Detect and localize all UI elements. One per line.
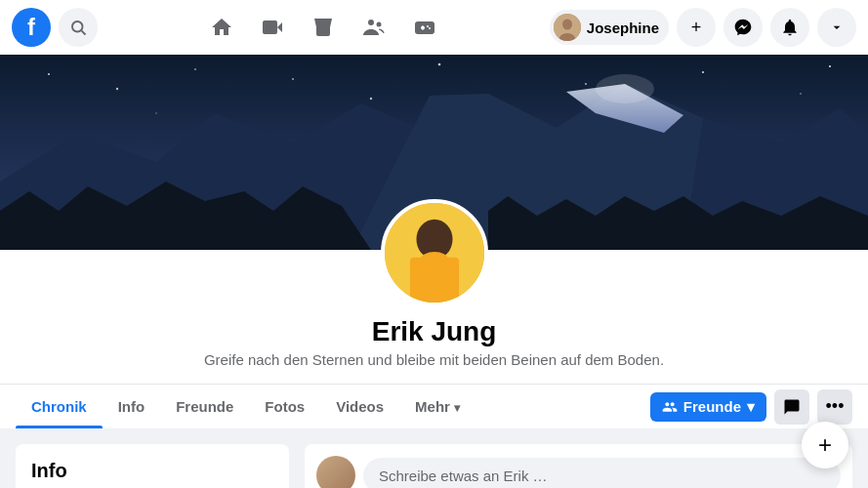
add-button[interactable]: +: [677, 8, 716, 47]
svg-point-7: [377, 22, 382, 27]
svg-point-5: [325, 34, 327, 36]
svg-point-24: [800, 93, 802, 95]
topnav: f: [0, 0, 868, 55]
marketplace-nav-button[interactable]: [300, 4, 347, 51]
bottom-section: Info 🏢 Produzent bei Erik Jung Records 🏠…: [0, 428, 868, 488]
svg-point-17: [48, 73, 50, 75]
svg-point-25: [829, 65, 831, 67]
svg-point-6: [368, 20, 374, 25]
profile-section: Erik Jung Greife nach den Sternen und bl…: [0, 55, 868, 428]
svg-point-0: [72, 21, 83, 32]
friends-btn-label: Freunde: [683, 398, 741, 415]
post-input-row: Schreibe etwas an Erik …: [316, 456, 841, 488]
svg-point-39: [421, 252, 448, 266]
profile-avatar[interactable]: [381, 199, 488, 306]
svg-marker-3: [277, 22, 282, 32]
tab-videos[interactable]: Videos: [320, 385, 399, 428]
svg-line-1: [81, 30, 85, 34]
user-menu-button[interactable]: Josephine: [550, 10, 669, 45]
svg-point-18: [116, 88, 118, 90]
svg-point-12: [429, 27, 431, 29]
search-button[interactable]: [59, 8, 98, 47]
svg-point-26: [155, 112, 156, 113]
profile-avatar-wrapper: [381, 199, 488, 306]
svg-point-11: [427, 25, 429, 27]
svg-point-14: [562, 20, 572, 30]
friends-button[interactable]: Freunde ▾: [650, 392, 766, 422]
svg-point-19: [194, 68, 196, 70]
tab-freunde[interactable]: Freunde: [160, 385, 249, 428]
svg-point-22: [585, 83, 587, 85]
options-button[interactable]: •••: [817, 389, 852, 425]
groups-nav-button[interactable]: [351, 4, 397, 51]
fab-button[interactable]: +: [802, 422, 848, 468]
main-content: Erik Jung Greife nach den Sternen und bl…: [0, 55, 868, 488]
facebook-logo[interactable]: f: [12, 8, 51, 47]
info-card: Info 🏢 Produzent bei Erik Jung Records 🏠…: [16, 444, 289, 488]
svg-point-21: [438, 63, 441, 66]
more-dropdown-button[interactable]: [817, 8, 856, 47]
tabs-right: Freunde ▾ •••: [650, 389, 852, 425]
video-nav-button[interactable]: [249, 4, 296, 51]
user-avatar: [554, 14, 581, 41]
tab-mehr[interactable]: Mehr ▾: [399, 385, 475, 428]
profile-bio: Greife nach den Sternen und bleibe mit b…: [204, 351, 664, 368]
svg-point-35: [596, 74, 654, 103]
notifications-button[interactable]: [770, 8, 809, 47]
tab-chronik[interactable]: Chronik: [16, 385, 103, 428]
right-column: Schreibe etwas an Erik … 🖼️ Foto/Video 👤…: [305, 444, 852, 488]
info-card-title: Info: [31, 460, 273, 482]
home-nav-button[interactable]: [198, 4, 245, 51]
tab-fotos[interactable]: Fotos: [249, 385, 320, 428]
svg-point-27: [370, 98, 372, 100]
svg-point-20: [292, 78, 294, 80]
svg-rect-2: [263, 20, 277, 34]
profile-tabs-bar: Chronik Info Freunde Fotos Videos Mehr ▾…: [0, 384, 868, 428]
tabs-left: Chronik Info Freunde Fotos Videos Mehr ▾: [16, 385, 475, 428]
topnav-left: f: [12, 8, 98, 47]
post-box: Schreibe etwas an Erik … 🖼️ Foto/Video 👤…: [305, 444, 852, 488]
profile-name: Erik Jung: [372, 316, 497, 347]
message-button[interactable]: [774, 389, 809, 425]
svg-point-4: [319, 34, 321, 36]
user-name-label: Josephine: [587, 20, 659, 36]
messenger-button[interactable]: [723, 8, 763, 47]
topnav-center: [198, 4, 448, 51]
tab-info[interactable]: Info: [103, 385, 161, 428]
topnav-right: Josephine +: [550, 8, 856, 47]
post-avatar: [316, 456, 355, 488]
gaming-nav-button[interactable]: [401, 4, 448, 51]
mehr-arrow: ▾: [454, 401, 460, 415]
post-input[interactable]: Schreibe etwas an Erik …: [363, 458, 841, 489]
left-column: Info 🏢 Produzent bei Erik Jung Records 🏠…: [16, 444, 289, 488]
svg-point-23: [702, 71, 704, 73]
friends-dropdown-arrow: ▾: [747, 398, 755, 416]
